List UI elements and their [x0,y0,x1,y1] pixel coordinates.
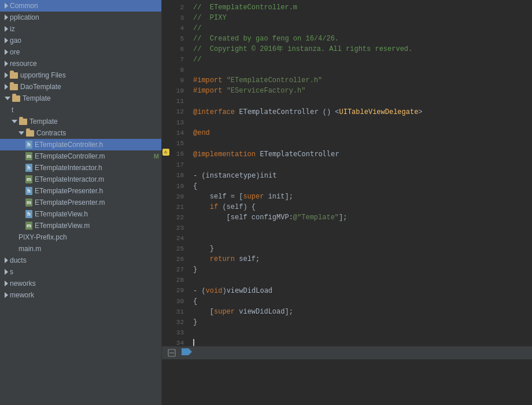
line-number: 10 [171,86,189,96]
sidebar-item-supporting[interactable]: upporting Files [0,69,161,81]
code-line-6: 6 // Copyright © 2016年 instanza. All rig… [162,44,532,54]
line-number: 11 [171,96,189,106]
code-line-4: 4 // [162,23,532,34]
svg-marker-2 [182,348,192,355]
sidebar-item-dao-template[interactable]: DaoTemplate [0,81,161,93]
line-number: 17 [171,160,189,170]
sidebar-item-mework[interactable]: mework [0,289,161,301]
sidebar-item-ore[interactable]: ore [0,46,161,58]
sidebar-label: Common [10,2,38,10]
code-line-30: 30 { [162,296,532,307]
line-number: 30 [171,296,189,307]
line-content: [super viewDidLoad]; [189,307,532,317]
sidebar-item-etemplate-interactor-h[interactable]: h ETemplateInteractor.h [0,162,161,174]
sidebar: Common pplication iz gao ore resource up… [0,0,162,405]
code-line-8: 8 [162,65,532,75]
line-number: 14 [171,128,189,138]
code-line-9: 9 #import "ETemplateController.h" [162,75,532,86]
sidebar-label: ETemplatePresenter.h [35,187,103,195]
code-line-22: 22 [self configMVP:@"Template"]; [162,212,532,223]
line-number: 9 [171,75,189,86]
code-editor[interactable]: 2 // ETemplateController.m 3 // PIXY 4 /… [162,0,532,346]
code-line-34: 34 [162,338,532,346]
sidebar-label: ETemplateView.m [35,222,90,230]
sidebar-label: s [10,268,13,276]
folder-icon [12,95,20,102]
sidebar-item-s[interactable]: s [0,266,161,278]
sidebar-label: main.m [19,245,41,253]
line-content: [self configMVP:@"Template"]; [189,212,532,223]
m-file-icon: m [25,175,32,183]
line-number: 34 [171,338,189,346]
sidebar-label: t [12,106,13,114]
tag-icon [182,348,192,357]
sidebar-item-etemplate-presenter-h[interactable]: h ETemplatePresenter.h [0,185,161,197]
line-number: 33 [171,327,189,338]
modified-badge: M [154,153,159,160]
line-number: 28 [171,275,189,285]
sidebar-label: ETemplateController.h [35,141,103,149]
sidebar-item-t[interactable]: t [0,104,161,116]
line-content: @end [189,128,532,138]
sidebar-item-iz[interactable]: iz [0,23,161,35]
sidebar-item-etemplate-controller-h[interactable]: h ETemplateController.h [0,139,161,150]
line-content: - (void)viewDidLoad [189,285,532,296]
code-line-17: 17 [162,160,532,170]
sidebar-item-etemplate-presenter-m[interactable]: m ETemplatePresenter.m [0,197,161,208]
line-number: 2 [171,2,189,13]
expand-icon [5,97,10,100]
line-content: - (instancetype)init [189,170,532,181]
line-content: // PIXY [189,13,532,23]
sidebar-label: ducts [10,256,27,264]
sidebar-item-resource[interactable]: resource [0,58,161,69]
collapse-icon[interactable] [167,348,177,358]
sidebar-item-template[interactable]: Template [0,116,161,127]
sidebar-item-main[interactable]: main.m [0,243,161,255]
sidebar-item-etemplate-controller-m[interactable]: m ETemplateController.m M [0,150,161,162]
sidebar-item-pixy-prefix[interactable]: PIXY-Prefix.pch [0,231,161,243]
sidebar-item-application[interactable]: pplication [0,12,161,23]
h-file-icon: h [25,164,32,172]
sidebar-item-gao[interactable]: gao [0,35,161,46]
expand-icon [19,131,24,135]
line-number: 23 [171,223,189,233]
sidebar-item-neworks[interactable]: neworks [0,278,161,289]
expand-icon [5,292,8,298]
h-file-icon: h [25,141,32,149]
line-content: #import "EServiceFactory.h" [189,86,532,96]
status-bar [162,346,532,359]
code-line-11: 11 [162,96,532,106]
sidebar-label: Contracts [36,129,66,137]
line-number: 15 [171,138,189,149]
line-number: 8 [171,65,189,75]
expand-icon [5,26,8,32]
line-content: // [189,23,532,34]
line-content: } [189,317,532,327]
sidebar-item-ducts[interactable]: ducts [0,255,161,266]
sidebar-item-common[interactable]: Common [0,0,161,12]
sidebar-item-template-top[interactable]: Template [0,93,161,104]
code-line-18: 18 - (instancetype)init [162,170,532,181]
code-line-27: 27 } [162,264,532,275]
sidebar-item-etemplate-interactor-m[interactable]: m ETemplateInteractor.m [0,174,161,185]
sidebar-item-etemplate-view-m[interactable]: m ETemplateView.m [0,220,161,231]
code-line-3: 3 // PIXY [162,13,532,23]
sidebar-label: Template [23,94,51,102]
code-line-29: 29 - (void)viewDidLoad [162,285,532,296]
sidebar-item-contracts[interactable]: Contracts [0,127,161,139]
code-line-28: 28 [162,275,532,285]
sidebar-label: ETemplatePresenter.m [35,198,105,207]
line-number: 21 [171,202,189,212]
line-content: // [189,54,532,65]
sidebar-item-etemplate-view-h[interactable]: h ETemplateView.h [0,208,161,220]
sidebar-label: ETemplateView.h [35,210,88,218]
line-number: 31 [171,307,189,317]
sidebar-label: ETemplateInteractor.h [35,164,102,172]
line-number: 19 [171,181,189,192]
line-number: 24 [171,233,189,244]
code-line-15: 15 [162,138,532,149]
code-line-24: 24 [162,233,532,244]
line-number: 13 [171,117,189,128]
line-number: 32 [171,317,189,327]
expand-icon [5,269,8,275]
